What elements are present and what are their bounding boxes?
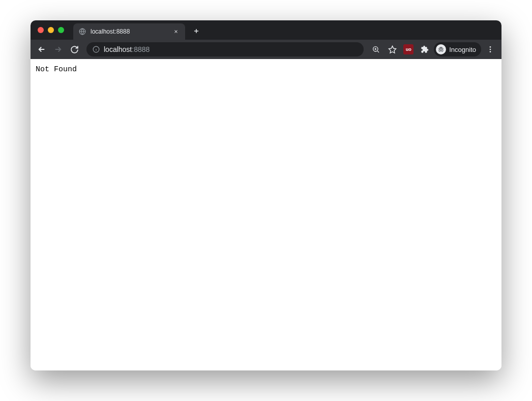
svg-point-8 <box>490 51 491 52</box>
ublock-badge: uo <box>403 44 413 54</box>
bookmark-icon[interactable] <box>385 42 399 56</box>
url-port: :8888 <box>132 45 150 53</box>
url-domain: localhost <box>104 45 132 53</box>
toolbar: localhost:8888 uo <box>31 40 501 59</box>
svg-point-7 <box>490 49 491 50</box>
browser-window: localhost:8888 <box>31 20 501 370</box>
svg-point-6 <box>490 46 491 48</box>
incognito-indicator[interactable]: Incognito <box>434 42 481 56</box>
svg-point-5 <box>441 50 444 52</box>
window-minimize-button[interactable] <box>48 27 54 33</box>
back-button[interactable] <box>35 42 49 56</box>
titlebar: localhost:8888 <box>31 20 501 40</box>
window-close-button[interactable] <box>38 27 44 33</box>
close-tab-button[interactable] <box>172 27 180 36</box>
toolbar-right: uo Incognito <box>369 42 497 56</box>
not-found-text: Not Found <box>36 65 77 74</box>
zoom-icon[interactable] <box>369 42 383 56</box>
svg-rect-3 <box>438 48 444 49</box>
window-controls <box>38 27 64 33</box>
info-icon[interactable] <box>93 46 100 53</box>
url-text: localhost:8888 <box>104 45 358 53</box>
svg-point-4 <box>439 50 441 52</box>
extension-ublock[interactable]: uo <box>401 42 416 56</box>
reload-button[interactable] <box>67 42 81 56</box>
forward-button[interactable] <box>51 42 65 56</box>
menu-button[interactable] <box>483 42 497 56</box>
incognito-icon <box>436 44 446 54</box>
new-tab-button[interactable] <box>189 24 203 38</box>
window-maximize-button[interactable] <box>58 27 64 33</box>
browser-tab[interactable]: localhost:8888 <box>73 23 185 40</box>
extensions-icon[interactable] <box>418 42 432 56</box>
incognito-label: Incognito <box>449 46 476 53</box>
address-bar[interactable]: localhost:8888 <box>86 42 364 56</box>
tab-title: localhost:8888 <box>91 28 168 35</box>
globe-icon <box>78 27 86 36</box>
page-content: Not Found <box>31 59 501 370</box>
